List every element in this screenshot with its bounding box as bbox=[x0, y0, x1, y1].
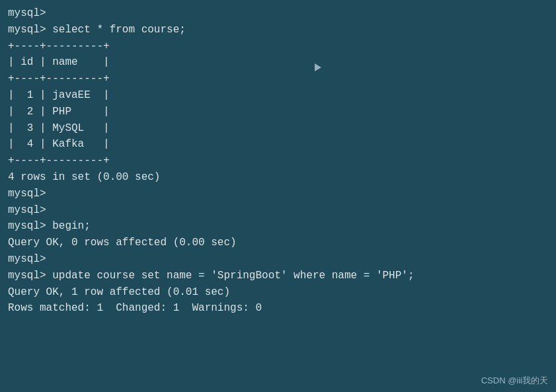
terminal-line-13: mysql> bbox=[8, 186, 548, 202]
terminal-line-9: | 4 | Kafka | bbox=[8, 136, 548, 153]
watermark: CSDN @iii我的天 bbox=[481, 375, 548, 387]
terminal-window: mysql>mysql> select * from course;+----+… bbox=[0, 0, 556, 392]
terminal-line-18: mysql> bbox=[8, 251, 548, 268]
mouse-cursor bbox=[315, 63, 321, 71]
terminal-line-16: Query OK, 0 rows affected (0.00 sec) bbox=[8, 235, 548, 251]
terminal-line-14: mysql> bbox=[8, 202, 548, 219]
terminal-line-20: Query OK, 1 row affected (0.01 sec) bbox=[8, 284, 548, 301]
terminal-line-19: mysql> update course set name = 'SpringB… bbox=[8, 268, 548, 284]
terminal-line-8: | 3 | MySQL | bbox=[8, 120, 548, 137]
terminal-line-15: mysql> begin; bbox=[8, 218, 548, 235]
terminal-line-4: | id | name | bbox=[8, 54, 548, 71]
terminal-line-21: Rows matched: 1 Changed: 1 Warnings: 0 bbox=[8, 300, 548, 317]
terminal-line-11: 4 rows in set (0.00 sec) bbox=[8, 169, 548, 186]
terminal-line-2: mysql> select * from course; bbox=[8, 22, 548, 38]
terminal-line-6: | 1 | javaEE | bbox=[8, 87, 548, 104]
terminal-line-10: +----+---------+ bbox=[8, 153, 548, 169]
terminal-line-3: +----+---------+ bbox=[8, 38, 548, 55]
terminal-line-5: +----+---------+ bbox=[8, 71, 548, 87]
terminal-line-1: mysql> bbox=[8, 5, 548, 22]
terminal-line-7: | 2 | PHP | bbox=[8, 104, 548, 120]
